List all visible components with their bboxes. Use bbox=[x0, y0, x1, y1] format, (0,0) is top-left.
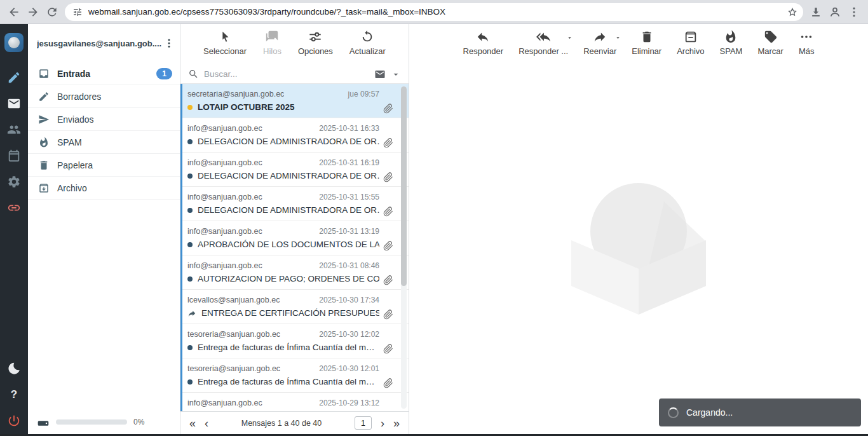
mail-icon[interactable] bbox=[7, 97, 21, 111]
threads-button[interactable]: Hilos bbox=[263, 30, 281, 56]
unread-count-badge: 1 bbox=[156, 68, 172, 79]
message-list: secretaria@sanjuan.gob.ec jue 09:57 LOTA… bbox=[182, 84, 409, 411]
next-page-button[interactable]: › bbox=[381, 418, 384, 429]
message-list-item[interactable]: info@sanjuan.gob.ec 2025-10-31 08:46 AUT… bbox=[182, 255, 409, 290]
reply-icon bbox=[476, 30, 490, 44]
message-list-item[interactable]: lcevallos@sanjuan.gob.ec 2025-10-30 17:3… bbox=[182, 290, 409, 324]
folder-item-trash[interactable]: Papelera bbox=[28, 154, 180, 177]
archive-button[interactable]: Archivo bbox=[677, 30, 704, 56]
message-status-dot bbox=[187, 139, 193, 144]
archive-label: Archivo bbox=[677, 46, 704, 56]
back-icon[interactable] bbox=[8, 6, 20, 18]
options-label: Opciones bbox=[298, 46, 333, 56]
message-list-item[interactable]: info@sanjuan.gob.ec 2025-10-31 15:55 DEL… bbox=[182, 187, 409, 221]
delete-button[interactable]: Eliminar bbox=[632, 30, 661, 56]
quota-percent: 0% bbox=[133, 418, 144, 426]
ellipsis-icon bbox=[799, 30, 813, 44]
compose-icon[interactable] bbox=[7, 71, 21, 85]
toast-text: Cargando... bbox=[686, 407, 733, 418]
forward-icon bbox=[593, 30, 607, 44]
reply-all-button[interactable]: Responder ... bbox=[519, 30, 568, 56]
folder-menu-kebab-icon[interactable] bbox=[163, 37, 175, 49]
inbox-icon bbox=[38, 68, 50, 79]
message-list-item[interactable]: tesoreria@sanjuan.gob.ec 2025-10-30 12:0… bbox=[182, 358, 409, 393]
threads-label: Hilos bbox=[263, 46, 281, 56]
search-icon bbox=[188, 69, 199, 79]
refresh-button[interactable]: Actualizar bbox=[349, 30, 386, 56]
search-scope-mail-icon[interactable] bbox=[374, 69, 386, 80]
list-scrollbar[interactable] bbox=[401, 86, 407, 409]
pagination-bar: « ‹ Mensajes 1 a 40 de 40 › » bbox=[180, 411, 409, 434]
download-icon[interactable] bbox=[810, 6, 822, 18]
message-list-item[interactable]: info@sanjuan.gob.ec 2025-10-31 13:19 APR… bbox=[182, 221, 409, 255]
message-subject: DELEGACION DE ADMINISTRADORA DE OR… bbox=[198, 137, 379, 146]
folder-list: Entrada 1 Borradores Enviados SPAM Papel… bbox=[28, 62, 180, 200]
contacts-icon[interactable] bbox=[7, 123, 21, 137]
message-status-dot bbox=[187, 105, 193, 110]
message-status-dot bbox=[187, 208, 193, 213]
reload-icon[interactable] bbox=[46, 6, 58, 18]
more-button[interactable]: Más bbox=[799, 30, 815, 56]
message-date: 2025-10-30 12:01 bbox=[319, 364, 379, 373]
select-label: Seleccionar bbox=[203, 46, 247, 56]
first-page-button[interactable]: « bbox=[189, 418, 196, 429]
message-subject: DELEGACION DE ADMINISTRADORA DE OR… bbox=[198, 205, 379, 215]
message-subject: DELEGACION DE ADMINISTRADORA DE OR… bbox=[198, 171, 379, 181]
settings-gear-icon[interactable] bbox=[7, 175, 21, 189]
options-button[interactable]: Opciones bbox=[298, 30, 333, 56]
attachment-paperclip-icon bbox=[383, 207, 393, 217]
message-list-item[interactable]: info@sanjuan.gob.ec 2025-10-29 13:12 bbox=[182, 393, 409, 411]
folder-item-drafts[interactable]: Borradores bbox=[28, 85, 180, 108]
folder-item-archive[interactable]: Archivo bbox=[28, 177, 180, 200]
roundcube-logo[interactable] bbox=[4, 33, 24, 52]
folder-label: Borradores bbox=[57, 92, 101, 102]
mark-label: Marcar bbox=[757, 46, 783, 56]
message-list-item[interactable]: info@sanjuan.gob.ec 2025-10-31 16:33 DEL… bbox=[182, 118, 409, 153]
browser-menu-icon[interactable] bbox=[848, 6, 860, 18]
message-subject: Entrega de facturas de Ínfima Cuantía de… bbox=[198, 343, 379, 352]
link-icon[interactable] bbox=[7, 201, 21, 215]
bookmark-star-icon[interactable] bbox=[787, 6, 798, 18]
forward-caret-icon[interactable] bbox=[614, 34, 621, 41]
scrollbar-thumb[interactable] bbox=[401, 86, 407, 286]
quota-progress-bar[interactable] bbox=[56, 419, 127, 425]
folder-label: SPAM bbox=[57, 137, 82, 147]
site-info-icon[interactable] bbox=[72, 7, 83, 17]
search-input[interactable] bbox=[204, 69, 369, 79]
message-subject: Entrega de facturas de Ínfima Cuantía de… bbox=[198, 377, 379, 386]
forward-label: Reenviar bbox=[583, 46, 616, 56]
help-icon[interactable]: ? bbox=[7, 388, 21, 402]
message-date: 2025-10-30 12:02 bbox=[319, 330, 379, 339]
message-list-item[interactable]: tesoreria@sanjuan.gob.ec 2025-10-30 12:0… bbox=[182, 324, 409, 358]
logout-power-icon[interactable] bbox=[7, 414, 21, 428]
spam-button[interactable]: SPAM bbox=[720, 30, 743, 56]
message-list-container: secretaria@sanjuan.gob.ec jue 09:57 LOTA… bbox=[180, 84, 409, 411]
quota-area: 0% bbox=[28, 410, 180, 434]
search-bar bbox=[180, 65, 409, 84]
message-list-item[interactable]: info@sanjuan.gob.ec 2025-10-31 16:19 DEL… bbox=[182, 153, 409, 187]
last-page-button[interactable]: » bbox=[393, 418, 400, 429]
reply-button[interactable]: Responder bbox=[463, 30, 504, 56]
calendar-icon[interactable] bbox=[7, 149, 21, 163]
dark-mode-moon-icon[interactable] bbox=[7, 362, 21, 376]
message-list-item[interactable]: secretaria@sanjuan.gob.ec jue 09:57 LOTA… bbox=[182, 84, 409, 118]
mark-button[interactable]: Marcar bbox=[757, 30, 783, 56]
folder-item-inbox[interactable]: Entrada 1 bbox=[28, 62, 180, 85]
profile-icon[interactable] bbox=[829, 6, 841, 18]
forward-button[interactable]: Reenviar bbox=[583, 30, 616, 56]
message-status-dot bbox=[187, 276, 193, 282]
prev-page-button[interactable]: ‹ bbox=[205, 418, 208, 429]
app-rail: ? bbox=[0, 24, 28, 434]
forward-icon[interactable] bbox=[27, 6, 39, 18]
reply-all-caret-icon[interactable] bbox=[566, 34, 573, 41]
search-options-chevron-icon[interactable] bbox=[391, 69, 401, 79]
folder-item-spam[interactable]: SPAM bbox=[28, 131, 180, 154]
page-number-input[interactable] bbox=[355, 416, 372, 430]
sent-plane-icon bbox=[38, 114, 50, 125]
folder-item-sent[interactable]: Enviados bbox=[28, 108, 180, 131]
select-button[interactable]: Seleccionar bbox=[203, 30, 247, 56]
message-status-dot bbox=[187, 242, 193, 247]
url-bar[interactable]: webmail.sanjuan.gob.ec/cpsess7753063093/… bbox=[65, 3, 803, 21]
threads-icon bbox=[265, 30, 279, 44]
forwarded-arrow-icon bbox=[187, 309, 196, 318]
